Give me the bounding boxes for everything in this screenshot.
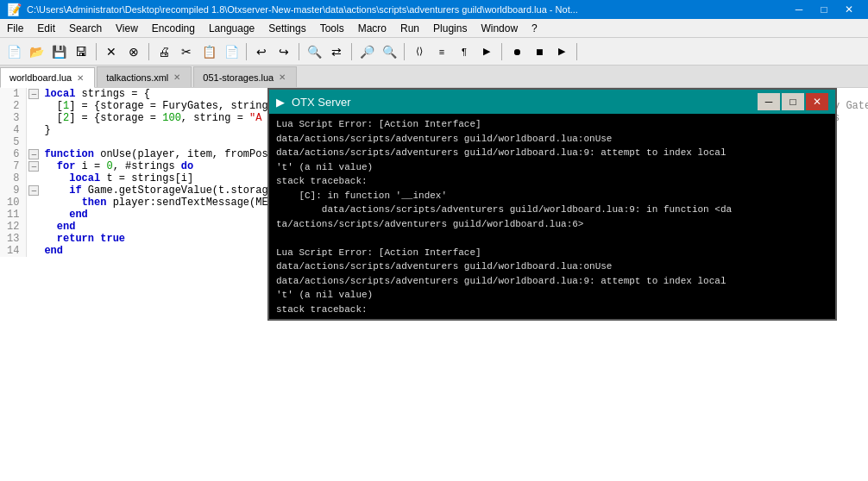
toolbar-all-chars[interactable]: ¶ — [454, 41, 475, 62]
line-number: 8 — [0, 172, 27, 184]
toolbar-sep-7 — [501, 43, 502, 60]
fold-indicator[interactable]: ─ — [27, 184, 41, 197]
menu-window[interactable]: Window — [474, 19, 525, 37]
toolbar-undo[interactable]: ↩ — [251, 41, 272, 62]
toolbar-sep-2 — [148, 43, 149, 60]
line-number: 1 — [0, 88, 27, 100]
console-body[interactable]: Lua Script Error: [Action Interface]data… — [269, 114, 835, 319]
toolbar-zoom-in[interactable]: 🔎 — [356, 41, 377, 62]
title-bar: 📝 C:\Users\Administrator\Desktop\recompi… — [0, 0, 868, 19]
toolbar-print[interactable]: 🖨 — [154, 41, 174, 62]
fold-indicator — [27, 197, 41, 209]
toolbar-sep-5 — [351, 43, 352, 60]
menu-search[interactable]: Search — [62, 19, 109, 37]
tab-worldboard[interactable]: worldboard.lua ✕ — [0, 67, 95, 88]
menu-help[interactable]: ? — [525, 19, 544, 37]
menu-bar: File Edit Search View Encoding Language … — [0, 19, 868, 38]
fold-indicator — [27, 112, 41, 124]
tab-talkactions[interactable]: talkactions.xml ✕ — [97, 66, 192, 87]
line-number: 12 — [0, 221, 27, 233]
line-number: 4 — [0, 124, 27, 136]
console-line: Lua Script Error: [Action Interface] — [276, 246, 828, 260]
console-close[interactable]: ✕ — [806, 93, 828, 110]
console-line: ta/actions/scripts/adventurers guild/wor… — [276, 217, 828, 232]
menu-macro[interactable]: Macro — [351, 19, 393, 37]
toolbar-paste[interactable]: 📄 — [221, 41, 242, 62]
tabs-bar: worldboard.lua ✕ talkactions.xml ✕ 051-s… — [0, 66, 868, 88]
console-line — [276, 231, 828, 246]
minimize-button[interactable]: ─ — [787, 0, 811, 19]
maximize-button[interactable]: □ — [812, 0, 836, 19]
toolbar-zoom-out[interactable]: 🔍 — [379, 41, 399, 62]
fold-box[interactable]: ─ — [28, 185, 39, 196]
toolbar-save-all[interactable]: 🖫 — [71, 41, 91, 62]
fold-box[interactable]: ─ — [28, 149, 39, 159]
line-number: 2 — [0, 100, 27, 112]
toolbar-sep-1 — [96, 43, 97, 60]
line-number: 14 — [0, 245, 27, 257]
console-minimize[interactable]: ─ — [758, 93, 780, 110]
toolbar-open[interactable]: 📂 — [26, 41, 47, 62]
console-line: data/actions/scripts/adventurers guild/w… — [276, 146, 828, 160]
menu-settings[interactable]: Settings — [261, 19, 312, 37]
fold-indicator — [27, 233, 41, 245]
console-title-buttons: ─ □ ✕ — [758, 93, 828, 110]
line-number: 11 — [0, 209, 27, 221]
fold-indicator[interactable]: ─ — [27, 160, 41, 172]
toolbar-cut[interactable]: ✂ — [176, 41, 197, 62]
line-number: 6 — [0, 148, 27, 160]
toolbar-macro-play[interactable]: ▶ — [551, 41, 572, 62]
fold-box[interactable]: ─ — [28, 161, 39, 172]
tab-storages-label: 051-storages.lua — [203, 72, 274, 83]
console-line: data/actions/scripts/adventurers guild/w… — [276, 259, 828, 274]
fold-indicator — [27, 124, 41, 136]
line-number: 13 — [0, 233, 27, 245]
console-line: [C]: in function '__index' — [276, 316, 828, 319]
fold-indicator — [27, 172, 41, 184]
tab-talkactions-close[interactable]: ✕ — [172, 72, 182, 82]
line-number: 3 — [0, 112, 27, 124]
close-button[interactable]: ✕ — [837, 0, 861, 19]
toolbar-sep-4 — [299, 43, 299, 60]
toolbar-copy[interactable]: 📋 — [198, 41, 219, 62]
menu-encoding[interactable]: Encoding — [145, 19, 202, 37]
fold-indicator[interactable]: ─ — [27, 148, 41, 160]
toolbar-sep-3 — [246, 43, 247, 60]
fold-indicator[interactable]: ─ — [27, 88, 41, 100]
console-line: 't' (a nil value) — [276, 160, 828, 175]
tab-talkactions-label: talkactions.xml — [106, 72, 168, 83]
title-bar-buttons: ─ □ ✕ — [787, 0, 861, 19]
menu-file[interactable]: File — [0, 19, 30, 37]
toolbar-close-all[interactable]: ⊗ — [123, 41, 144, 62]
fold-indicator — [27, 209, 41, 221]
toolbar-sync-scroll[interactable]: ⟨⟩ — [409, 41, 430, 62]
toolbar-indent[interactable]: ▶ — [476, 41, 497, 62]
menu-run[interactable]: Run — [393, 19, 426, 37]
toolbar-word-wrap[interactable]: ≡ — [431, 41, 452, 62]
menu-view[interactable]: View — [109, 19, 145, 37]
toolbar-find[interactable]: 🔍 — [304, 41, 324, 62]
toolbar-new[interactable]: 📄 — [3, 41, 24, 62]
title-text: C:\Users\Administrator\Desktop\recompile… — [27, 4, 578, 15]
tab-storages[interactable]: 051-storages.lua ✕ — [193, 66, 297, 87]
editor-area: 1─local strings = {2 [1] = {storage = Fu… — [0, 88, 868, 481]
line-number: 9 — [0, 184, 27, 197]
toolbar-sep-6 — [404, 43, 405, 60]
menu-tools[interactable]: Tools — [313, 19, 351, 37]
tab-storages-close[interactable]: ✕ — [277, 72, 287, 82]
toolbar-macro-record[interactable]: ⏺ — [506, 41, 527, 62]
app-icon: 📝 — [7, 3, 22, 16]
toolbar-macro-stop[interactable]: ⏹ — [529, 41, 550, 62]
menu-language[interactable]: Language — [202, 19, 261, 37]
toolbar-redo[interactable]: ↪ — [274, 41, 294, 62]
console-icon: ▶ — [276, 96, 285, 109]
fold-box[interactable]: ─ — [28, 89, 39, 99]
fold-indicator — [27, 100, 41, 112]
toolbar-save[interactable]: 💾 — [48, 41, 69, 62]
menu-plugins[interactable]: Plugins — [426, 19, 474, 37]
tab-worldboard-close[interactable]: ✕ — [75, 73, 85, 83]
menu-edit[interactable]: Edit — [30, 19, 62, 37]
console-maximize[interactable]: □ — [782, 93, 804, 110]
toolbar-close[interactable]: ✕ — [101, 41, 122, 62]
toolbar-replace[interactable]: ⇄ — [326, 41, 347, 62]
